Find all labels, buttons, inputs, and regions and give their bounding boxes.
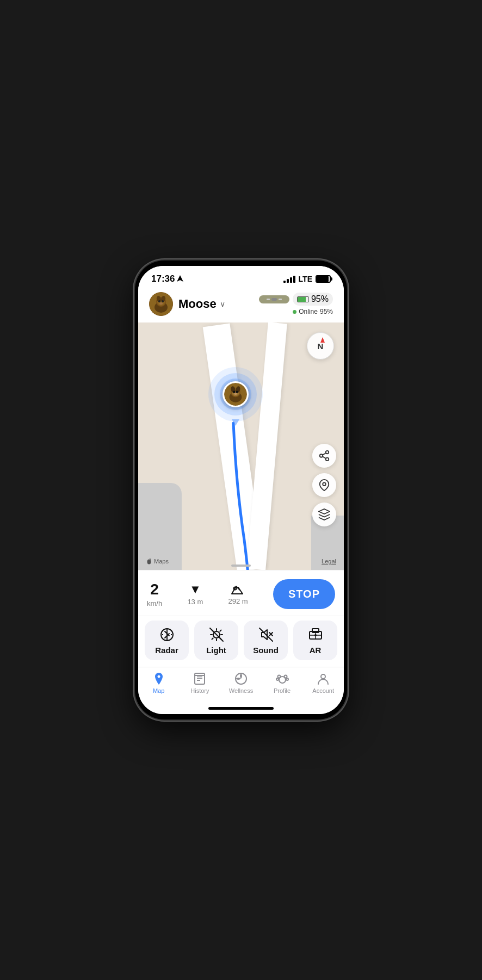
nav-account-label: Account [312, 687, 334, 694]
nav-wellness[interactable]: Wellness [225, 672, 257, 694]
online-status-text: Online [299, 308, 318, 315]
battery-green-icon [297, 296, 309, 302]
signal-bars [283, 276, 295, 283]
marker-circle [223, 381, 249, 407]
share-location-button[interactable] [312, 444, 336, 468]
svg-line-38 [220, 630, 221, 631]
tracker-chip [259, 295, 289, 303]
radar-button[interactable]: Radar [145, 621, 189, 660]
home-indicator [138, 705, 344, 714]
status-battery [316, 275, 331, 283]
compass-inner: N [307, 333, 333, 359]
drag-handle[interactable] [231, 565, 251, 567]
map-nav-icon [152, 672, 166, 686]
battery-status-badge: 95% [293, 293, 333, 306]
app-header: Moose ∨ 95% [138, 288, 344, 322]
svg-point-6 [158, 300, 160, 302]
nav-map-label: Map [153, 687, 164, 694]
svg-point-48 [314, 634, 317, 636]
sound-off-icon [258, 627, 274, 642]
stats-bar: 2 km/h ▼ 13 m 292 m STOP [138, 570, 344, 616]
maps-label-text: Maps [154, 558, 169, 565]
map-container[interactable]: N [138, 322, 344, 570]
pet-info[interactable]: Moose ∨ [149, 292, 225, 316]
stop-button[interactable]: STOP [273, 579, 335, 609]
svg-point-56 [277, 675, 280, 678]
compass-north-label: N [318, 342, 324, 351]
phone-screen: 17:36 LTE [138, 266, 344, 714]
svg-line-22 [323, 453, 326, 455]
status-right: LTE [283, 275, 331, 283]
svg-point-7 [162, 300, 164, 302]
legal-link[interactable]: Legal [322, 558, 336, 565]
tracker-badge: 95% [259, 293, 333, 306]
accuracy-icon: ▼ [189, 582, 201, 597]
paw-nav-icon [275, 672, 289, 686]
battery-fill [317, 276, 329, 282]
nav-history-label: History [190, 687, 209, 694]
marker-pin-tail [232, 419, 239, 426]
ripple-middle [214, 373, 257, 415]
device-status: 95% Online 95% [259, 293, 333, 315]
accuracy-value: 13 m [187, 598, 203, 606]
battery-percent-label: 95% [311, 294, 329, 304]
account-nav-icon [316, 672, 330, 686]
compass-north-needle [320, 337, 325, 343]
location-pin-icon [318, 479, 330, 491]
pet-avatar [149, 292, 173, 316]
light-off-icon [209, 627, 224, 642]
battery-percent-inline: 95% [320, 308, 333, 315]
svg-point-57 [284, 675, 287, 678]
nav-wellness-label: Wellness [229, 687, 253, 694]
nav-account[interactable]: Account [307, 672, 339, 694]
svg-line-39 [212, 638, 213, 639]
sound-button[interactable]: Sound [244, 621, 288, 660]
lte-label: LTE [299, 275, 312, 283]
light-button[interactable]: Light [194, 621, 238, 660]
marker-dog-avatar [224, 381, 247, 407]
svg-point-18 [326, 451, 329, 454]
speed-unit: km/h [147, 599, 162, 607]
svg-point-8 [159, 302, 163, 305]
compass[interactable]: N [307, 332, 334, 359]
svg-point-58 [276, 678, 279, 680]
online-dot [293, 310, 296, 314]
svg-point-17 [234, 393, 237, 395]
pet-selector-chevron[interactable]: ∨ [220, 300, 225, 308]
pet-name-row: Moose ∨ [178, 297, 225, 311]
svg-marker-24 [319, 509, 330, 514]
map-action-buttons [312, 444, 336, 526]
ripple-outer [208, 367, 263, 421]
map-layers-button[interactable] [312, 503, 336, 526]
ar-button[interactable]: AR [293, 621, 337, 660]
dog-photo [149, 292, 173, 316]
battery-green-fill [298, 297, 306, 302]
ar-label: AR [310, 646, 322, 655]
speed-value: 2 [150, 581, 159, 598]
signal-bar-4 [293, 276, 295, 283]
light-label: Light [206, 646, 226, 655]
bottom-nav: Map History Wellne [138, 667, 344, 705]
svg-point-19 [320, 454, 323, 457]
phone-frame: 17:36 LTE [135, 260, 347, 720]
svg-point-60 [321, 674, 325, 679]
dog-location-marker [208, 367, 263, 426]
time-display: 17:36 [151, 274, 175, 284]
nav-map[interactable]: Map [143, 672, 175, 694]
ar-icon [308, 627, 323, 642]
signal-bar-1 [283, 281, 286, 283]
svg-point-23 [323, 482, 326, 486]
bluetooth-radar-icon [159, 627, 175, 642]
nav-profile[interactable]: Profile [266, 672, 299, 694]
signal-bar-3 [290, 277, 292, 283]
svg-point-20 [326, 458, 329, 461]
set-location-button[interactable] [312, 473, 336, 497]
home-bar [208, 707, 274, 710]
svg-point-25 [147, 560, 151, 565]
share-icon [318, 450, 330, 462]
nav-history[interactable]: History [183, 672, 216, 694]
maps-attribution: Maps [146, 558, 169, 565]
distance-value: 292 m [228, 597, 248, 605]
svg-point-59 [286, 678, 288, 680]
speed-stat: 2 km/h [147, 581, 162, 607]
